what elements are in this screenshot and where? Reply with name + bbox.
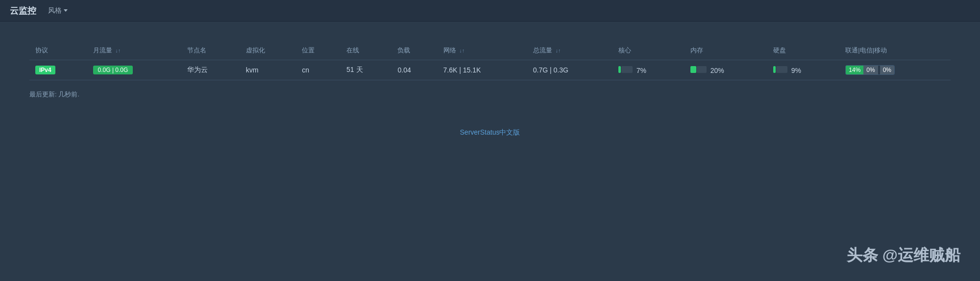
main-content: 协议 月流量 ↓↑ 节点名 虚拟化 位置 在线: [0, 22, 980, 157]
carrier-badge: 14% 0% 0%: [845, 65, 895, 75]
disk-pct-label: 9%: [791, 67, 801, 74]
table-row: IPv4 0.0G | 0.0G 华为云 kvm cn 51 天 0.04 7.…: [29, 60, 951, 80]
col-online: 在线: [341, 41, 392, 60]
cell-network: 7.6K | 15.1K: [438, 60, 527, 80]
col-location: 位置: [296, 41, 341, 60]
app-title: 云监控: [10, 5, 36, 17]
cpu-progress: [618, 66, 632, 73]
last-update: 最后更新: 几秒前.: [29, 90, 951, 99]
memory-bar-empty: [697, 66, 707, 73]
memory-progress: [690, 66, 707, 73]
sort-icon-total-traffic: ↓↑: [555, 47, 561, 53]
col-node-name: 节点名: [181, 41, 240, 60]
cell-disk: 9%: [767, 60, 840, 80]
col-virt: 虚拟化: [240, 41, 296, 60]
cpu-bar-empty: [621, 66, 633, 73]
cell-online: 51 天: [341, 60, 392, 80]
col-cpu: 核心: [612, 41, 684, 60]
watermark: 头条 @运维贼船: [847, 245, 960, 266]
cell-memory: 20%: [685, 60, 767, 80]
col-carrier: 联通|电信|移动: [839, 41, 951, 60]
cell-load: 0.04: [392, 60, 437, 80]
top-bar: 云监控 风格: [0, 0, 980, 22]
carrier-unicom: 14%: [846, 66, 863, 74]
cell-protocol: IPv4: [29, 60, 87, 80]
footer-link[interactable]: ServerStatus中文版: [460, 128, 520, 136]
col-monthly-traffic[interactable]: 月流量 ↓↑: [87, 41, 181, 60]
ipv4-badge: IPv4: [35, 66, 55, 74]
table-header-row: 协议 月流量 ↓↑ 节点名 虚拟化 位置 在线: [29, 41, 951, 60]
monthly-traffic-value: 0.0G | 0.0G: [93, 66, 133, 74]
disk-bar-filled: [773, 66, 776, 73]
cpu-pct-label: 7%: [637, 67, 646, 74]
cell-cpu: 7%: [612, 60, 684, 80]
col-load: 负载: [392, 41, 437, 60]
cell-node-name: 华为云: [181, 60, 240, 80]
col-network[interactable]: 网络 ↓↑: [438, 41, 527, 60]
cpu-bar-filled: [618, 66, 620, 73]
cell-carrier: 14% 0% 0%: [839, 60, 951, 80]
server-table: 协议 月流量 ↓↑ 节点名 虚拟化 位置 在线: [29, 41, 951, 80]
memory-pct-label: 20%: [710, 67, 724, 74]
cell-monthly-traffic: 0.0G | 0.0G: [87, 60, 181, 80]
col-protocol: 协议: [29, 41, 87, 60]
style-button[interactable]: 风格: [44, 5, 72, 16]
carrier-mobile: 0%: [880, 66, 894, 74]
col-disk: 硬盘: [767, 41, 840, 60]
sort-icon-network: ↓↑: [459, 47, 465, 53]
cell-virt: kvm: [240, 60, 296, 80]
style-label: 风格: [48, 6, 62, 15]
disk-progress: [773, 66, 787, 73]
memory-bar-filled: [690, 66, 696, 73]
col-total-traffic[interactable]: 总流量 ↓↑: [527, 41, 613, 60]
cell-location: cn: [296, 60, 341, 80]
cell-total-traffic: 0.7G | 0.3G: [527, 60, 613, 80]
chevron-down-icon: [64, 9, 68, 12]
footer: ServerStatus中文版: [29, 128, 951, 147]
sort-icon-monthly: ↓↑: [115, 47, 121, 53]
col-memory: 内存: [685, 41, 767, 60]
carrier-telecom: 0%: [863, 66, 878, 74]
disk-bar-empty: [776, 66, 787, 73]
